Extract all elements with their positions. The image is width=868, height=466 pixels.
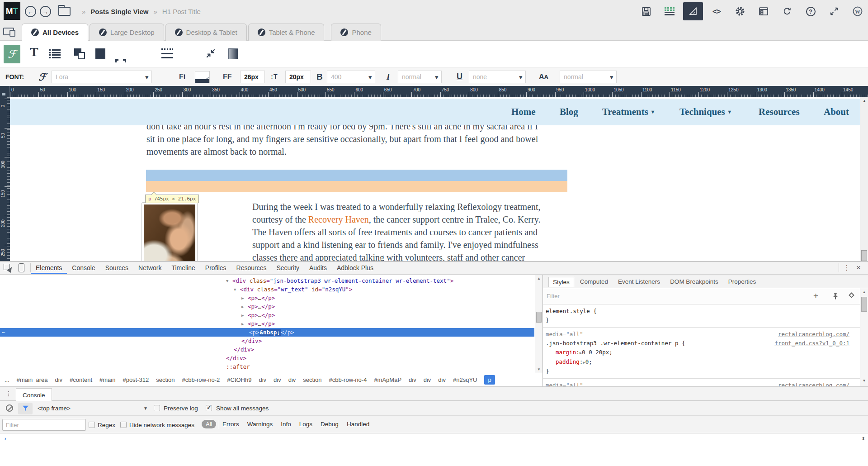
console-level[interactable]: Errors: [222, 421, 239, 428]
scroll-up-icon[interactable]: ▲: [860, 99, 868, 103]
css-property[interactable]: padding:▶0;: [543, 357, 860, 367]
scroll-down-icon[interactable]: ▼: [860, 379, 868, 383]
css-source-link[interactable]: rectalcancerblog.com/: [778, 381, 849, 386]
dom-breadcrumb-item[interactable]: div: [274, 376, 281, 383]
list-tool-icon[interactable]: [49, 48, 61, 59]
dom-breadcrumb-item[interactable]: section: [156, 376, 175, 383]
font-style-select[interactable]: normal▾: [398, 71, 442, 83]
tree-node[interactable]: ▶<p>…</p>: [0, 302, 534, 311]
console-level[interactable]: Logs: [299, 421, 312, 428]
dom-breadcrumb-item[interactable]: #main_area: [17, 376, 48, 383]
code-icon[interactable]: <>: [711, 6, 722, 17]
text-tool-icon[interactable]: T: [30, 45, 38, 59]
drawer-menu-icon[interactable]: ⋮: [5, 390, 12, 397]
element-state-icon[interactable]: [849, 292, 854, 298]
dom-breadcrumb-item[interactable]: #post-312: [123, 376, 149, 383]
pin-icon[interactable]: [832, 292, 839, 301]
device-mode-icon[interactable]: [19, 263, 24, 272]
regex-label[interactable]: Regex: [98, 422, 115, 428]
devtools-close-icon[interactable]: ×: [852, 263, 865, 272]
wordpress-icon[interactable]: W: [852, 6, 863, 17]
dom-breadcrumb-item[interactable]: div: [55, 376, 63, 383]
console-level[interactable]: Warnings: [247, 421, 273, 428]
preserve-log-label[interactable]: Preserve log: [164, 405, 198, 412]
nav-link[interactable]: Blog▾: [560, 99, 578, 125]
devtools-tab[interactable]: Security: [271, 262, 304, 274]
new-rule-icon[interactable]: +: [813, 291, 818, 301]
breadcrumb-view[interactable]: Posts Single View: [90, 8, 148, 15]
dom-breadcrumb-item[interactable]: section: [303, 376, 321, 383]
devtools-tab[interactable]: Profiles: [200, 262, 231, 274]
styles-tab[interactable]: Event Listeners: [614, 278, 664, 285]
line-height-input[interactable]: 20px: [285, 71, 311, 83]
devtools-tab[interactable]: Console: [67, 262, 100, 274]
scroll-thumb[interactable]: [536, 312, 542, 323]
dom-breadcrumb-item[interactable]: div: [259, 376, 266, 383]
breadcrumb-page[interactable]: H1 Post Title: [162, 8, 201, 15]
font-family-select[interactable]: Lora▾: [52, 71, 152, 83]
clear-console-icon[interactable]: [6, 404, 13, 412]
tree-node[interactable]: ▼<div class="wr_text" id="n2sqYU">: [0, 285, 534, 294]
folder-icon[interactable]: [58, 7, 71, 16]
nav-link[interactable]: Home▾: [511, 99, 536, 125]
device-tab[interactable]: Desktop & Tablet: [165, 24, 247, 41]
dom-breadcrumb-item[interactable]: #main: [99, 376, 115, 383]
console-level[interactable]: Debug: [321, 421, 339, 428]
border-tool-icon[interactable]: [161, 48, 173, 58]
tree-node[interactable]: </div>: [0, 354, 534, 362]
text-transform-select[interactable]: normal▾: [560, 71, 617, 83]
dom-breadcrumb-item[interactable]: #n2sqYU: [453, 376, 477, 383]
nav-link[interactable]: About▾: [824, 99, 849, 125]
layout-icon[interactable]: [758, 6, 769, 17]
tree-node[interactable]: ⋯<p>&nbsp;</p>: [0, 328, 534, 337]
css-property[interactable]: margin:▶0 0 20px;: [543, 348, 860, 357]
console-tab[interactable]: Console: [16, 388, 52, 401]
preserve-log-checkbox[interactable]: [154, 405, 160, 411]
styles-tab[interactable]: Styles: [548, 277, 574, 287]
dom-breadcrumb-item[interactable]: #mApMaP: [374, 376, 401, 383]
tree-node[interactable]: ▶<p>…</p>: [0, 319, 534, 328]
styles-tab[interactable]: DOM Breakpoints: [666, 278, 722, 285]
frame-context-select[interactable]: <top frame>: [38, 405, 71, 412]
css-source-link[interactable]: rectalcancerblog.com/: [778, 330, 849, 339]
styles-tab[interactable]: Properties: [724, 278, 760, 285]
dom-breadcrumb-item[interactable]: #CtOHh9: [227, 376, 251, 383]
devtools-tab[interactable]: Timeline: [166, 262, 200, 274]
devtools-menu-icon[interactable]: ⋮: [842, 264, 852, 272]
reflexology-photo[interactable]: [142, 202, 198, 261]
font-color-swatch[interactable]: [195, 71, 210, 83]
devtools-tab[interactable]: Network: [133, 262, 166, 274]
device-tab[interactable]: All Devices: [22, 24, 88, 41]
css-source-link[interactable]: front_end.css?v1_0_0:1: [774, 339, 849, 348]
tree-node[interactable]: ::after: [0, 362, 534, 371]
scroll-down-icon[interactable]: ▼: [535, 367, 542, 371]
device-tab[interactable]: Large Desktop: [90, 24, 164, 41]
level-all-pill[interactable]: All: [202, 420, 216, 428]
forward-button[interactable]: →: [40, 6, 51, 17]
refresh-icon[interactable]: [782, 6, 793, 17]
style-rule[interactable]: media="all"rectalcancerblog.com/ .jsn-bo…: [543, 328, 860, 379]
collapse-tool-icon[interactable]: [205, 48, 217, 61]
resize-icon[interactable]: ⬍: [862, 436, 865, 441]
styles-filter-input[interactable]: Filter: [547, 293, 560, 300]
tree-node[interactable]: </div>: [0, 337, 534, 345]
tree-node[interactable]: ▶<p>…</p>: [0, 294, 534, 302]
elements-scrollbar[interactable]: ▲ ▼: [535, 275, 542, 373]
dom-breadcrumb-item[interactable]: #content: [70, 376, 92, 383]
tree-node[interactable]: ▼<div class="jsn-bootstrap3 wr-element-c…: [0, 276, 534, 285]
background-tool-icon[interactable]: [95, 48, 105, 59]
text-decoration-select[interactable]: none▾: [469, 71, 526, 83]
recovery-haven-link[interactable]: Recovery Haven: [308, 214, 369, 224]
regex-checkbox[interactable]: [89, 422, 95, 428]
scroll-up-icon[interactable]: ▲: [535, 276, 542, 281]
revision-list-icon[interactable]: [664, 6, 675, 17]
gradient-tool-icon[interactable]: [228, 48, 238, 59]
tree-node[interactable]: </div>: [0, 345, 534, 354]
more-icon[interactable]: ⋯: [2, 328, 6, 337]
devtools-tab[interactable]: Audits: [304, 262, 332, 274]
devtools-tab[interactable]: Resources: [231, 262, 272, 274]
devtools-tab[interactable]: Sources: [100, 262, 133, 274]
console-level[interactable]: Handled: [347, 421, 369, 428]
console-level[interactable]: Info: [281, 421, 291, 428]
font-tool-icon[interactable]: ℱ: [4, 45, 20, 63]
